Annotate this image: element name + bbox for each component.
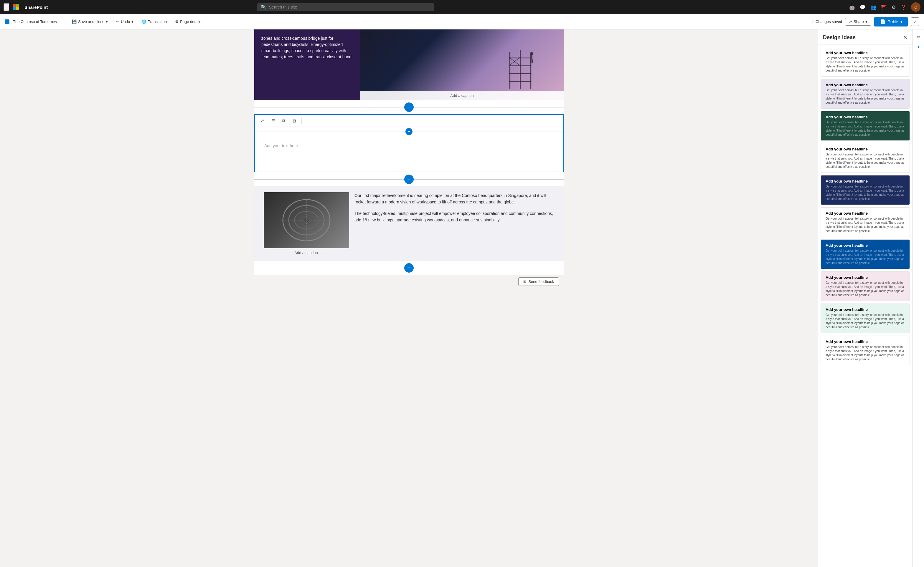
design-card-2[interactable]: Add your own headline Get your point acr… <box>820 79 910 109</box>
people-icon[interactable]: 👥 <box>870 4 876 10</box>
help-icon[interactable]: ❓ <box>900 4 906 10</box>
main-layout: zones and cross-campus bridge just for p… <box>0 30 924 567</box>
share-icon: ↗ <box>849 20 852 24</box>
ms-logo-blue <box>13 8 16 10</box>
collapse-panel-button[interactable]: ⤢ <box>911 17 919 26</box>
duplicate-tool-button[interactable]: ⧉ <box>280 117 288 125</box>
search-bar[interactable]: 🔍 <box>257 3 434 11</box>
translation-button[interactable]: 🌐 Translation <box>139 18 170 26</box>
card-8-body: Get your point across, tell a story, or … <box>826 281 905 297</box>
ms-logo-green <box>16 4 19 7</box>
share-dropdown-icon: ▾ <box>865 20 867 24</box>
card-1-body: Get your point across, tell a story, or … <box>826 56 905 73</box>
svg-rect-1 <box>520 50 521 89</box>
design-card-6[interactable]: Add your own headline Get your point acr… <box>820 207 910 237</box>
svg-point-9 <box>530 52 533 56</box>
text-content-area[interactable]: Add your text here. <box>255 136 563 172</box>
search-input[interactable] <box>269 5 430 9</box>
undo-dropdown-icon: ▾ <box>131 20 134 24</box>
undo-button[interactable]: ↩ Undo ▾ <box>113 18 136 26</box>
design-card-10[interactable]: Add your own headline Get your point acr… <box>820 336 910 365</box>
top-left-text: zones and cross-campus bridge just for p… <box>254 30 360 100</box>
editor-toolbar-divider <box>301 118 302 124</box>
svg-rect-4 <box>509 65 531 66</box>
svg-rect-12 <box>533 56 534 56</box>
publish-button[interactable]: 📄 Publish <box>874 17 908 27</box>
design-card-7[interactable]: Add your own headline Get your point acr… <box>820 239 910 269</box>
waffle-menu-button[interactable]: ⊞ <box>3 3 9 11</box>
move-tool-button[interactable]: ⤢ <box>259 117 266 125</box>
flag-icon[interactable]: 🚩 <box>881 4 887 10</box>
lower-image-container: Add a caption <box>254 192 354 255</box>
text-editor-toolbar: ⤢ ☰ ⧉ 🗑 <box>255 115 563 127</box>
design-card-1[interactable]: Add your own headline Get your point acr… <box>820 47 910 76</box>
ms-logo-red <box>13 4 16 7</box>
design-card-4[interactable]: Add your own headline Get your point acr… <box>820 143 910 173</box>
checkmark-icon: ✓ <box>811 20 814 24</box>
nav-icons: 🤖 💬 👥 🚩 ⚙ ❓ C <box>849 2 921 12</box>
spiral-visual <box>264 192 349 248</box>
top-image <box>360 30 564 100</box>
design-card-9[interactable]: Add your own headline Get your point acr… <box>820 303 910 333</box>
right-panel-icon-1[interactable]: ☷ <box>914 32 923 41</box>
chat-icon[interactable]: 💬 <box>860 4 866 10</box>
details-icon: ⚙ <box>175 20 179 24</box>
lower-image <box>264 192 349 248</box>
page-icon <box>5 20 9 24</box>
design-card-3[interactable]: Add your own headline Get your point acr… <box>820 111 910 141</box>
add-column-button[interactable]: + <box>405 128 412 135</box>
settings-icon[interactable]: ⚙ <box>892 4 896 10</box>
copilot-icon[interactable]: 🤖 <box>849 4 855 10</box>
lower-section: Add a caption Our first major redevelopm… <box>254 186 564 261</box>
add-section-below-editor: + <box>254 172 564 186</box>
card-6-headline: Add your own headline <box>826 211 905 216</box>
page-title: The Contoso of Tomorrow <box>13 20 57 24</box>
svg-rect-11 <box>530 56 531 56</box>
card-7-body: Get your point across, tell a story, or … <box>826 249 905 265</box>
image-caption-1[interactable]: Add a caption <box>360 91 564 100</box>
design-ideas-list[interactable]: Add your own headline Get your point acr… <box>818 45 912 567</box>
svg-rect-13 <box>531 60 532 63</box>
undo-icon: ↩ <box>116 20 119 24</box>
send-feedback-button[interactable]: ✉ Send feedback <box>518 278 559 286</box>
card-5-headline: Add your own headline <box>826 179 905 183</box>
text-editor-section[interactable]: ⤢ ☰ ⧉ 🗑 + Add your text here. <box>254 114 564 172</box>
save-dropdown-icon: ▾ <box>106 20 108 24</box>
page-details-button[interactable]: ⚙ Page details <box>172 18 204 26</box>
text-placeholder: Add your text here. <box>264 143 299 148</box>
save-and-close-button[interactable]: 💾 Save and close ▾ <box>69 18 111 26</box>
add-section-in-editor: + <box>255 127 563 136</box>
design-card-8[interactable]: Add your own headline Get your point acr… <box>820 272 910 301</box>
add-section-button-2[interactable]: + <box>404 175 414 184</box>
card-3-body: Get your point across, tell a story, or … <box>826 120 905 137</box>
design-card-5[interactable]: Add your own headline Get your point acr… <box>820 175 910 205</box>
content-area[interactable]: zones and cross-campus bridge just for p… <box>0 30 818 567</box>
card-9-headline: Add your own headline <box>826 308 905 312</box>
send-feedback-bar: ✉ Send feedback <box>254 275 564 288</box>
right-panel-design-icon[interactable]: ✦ <box>914 42 923 52</box>
card-9-body: Get your point across, tell a story, or … <box>826 313 905 329</box>
page-content: zones and cross-campus bridge just for p… <box>254 30 564 288</box>
search-icon: 🔍 <box>261 4 266 10</box>
settings-tool-button[interactable]: ☰ <box>269 117 277 125</box>
design-panel-title: Design ideas <box>823 34 856 40</box>
app-name: SharePoint <box>24 5 48 10</box>
delete-tool-button[interactable]: 🗑 <box>290 117 298 125</box>
image-caption-2[interactable]: Add a caption <box>264 250 349 255</box>
publish-icon: 📄 <box>880 19 886 24</box>
add-section-button-3[interactable]: + <box>404 263 414 273</box>
top-image-container: Add a caption <box>360 30 564 100</box>
add-section-button-1[interactable]: + <box>404 102 414 112</box>
changes-saved-status: ✓ Changes saved <box>811 20 842 24</box>
translate-icon: 🌐 <box>142 20 146 24</box>
save-icon: 💾 <box>72 20 77 24</box>
close-design-panel-button[interactable]: ✕ <box>903 34 907 40</box>
card-4-body: Get your point across, tell a story, or … <box>826 153 905 169</box>
card-1-headline: Add your own headline <box>826 51 905 55</box>
paragraph-1: Our first major redevelopment is nearing… <box>354 192 554 206</box>
card-10-headline: Add your own headline <box>826 339 905 344</box>
avatar[interactable]: C <box>911 2 921 12</box>
design-panel-header: Design ideas ✕ <box>818 30 912 45</box>
design-ideas-panel: Design ideas ✕ Add your own headline Get… <box>818 30 912 567</box>
share-button[interactable]: ↗ Share ▾ <box>845 18 871 26</box>
